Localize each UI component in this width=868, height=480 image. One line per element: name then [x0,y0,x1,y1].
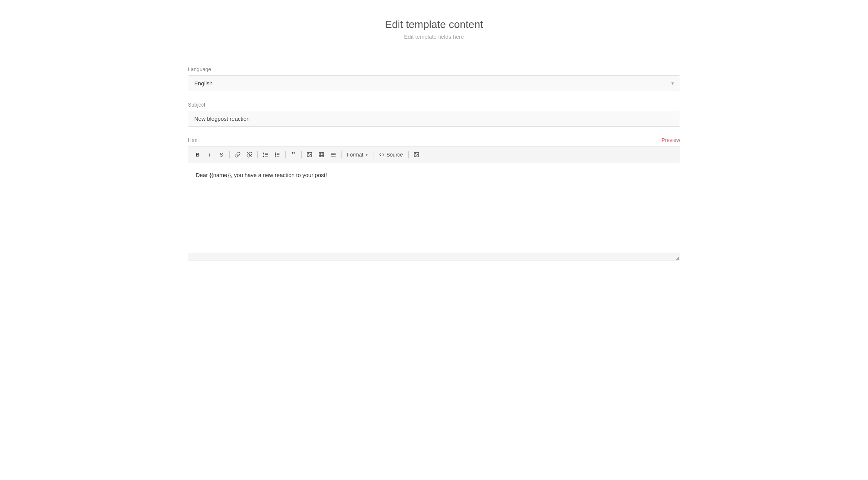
ordered-list-button[interactable] [260,149,271,160]
align-button[interactable] [328,149,339,160]
bold-button[interactable]: B [192,149,203,160]
resize-handle-icon: ◢ [676,256,679,260]
format-dropdown-button[interactable]: Format ▼ [344,150,371,159]
preview-icon-button[interactable] [411,149,422,160]
html-section: Html Preview B I S [188,137,680,260]
format-label: Format [347,152,363,158]
unordered-list-button[interactable] [272,149,283,160]
toolbar-separator-2 [257,151,258,158]
italic-button[interactable]: I [204,149,215,160]
page-header: Edit template content Edit template fiel… [188,11,680,51]
blockquote-button[interactable]: " [288,149,299,160]
page-title: Edit template content [188,19,680,31]
table-icon [318,152,324,158]
language-section: Language English French German Spanish ▼ [188,66,680,91]
svg-point-11 [308,154,309,154]
svg-point-8 [275,154,276,155]
svg-point-21 [415,154,416,154]
link-icon [235,152,240,158]
subject-input[interactable] [188,111,680,127]
source-button[interactable]: Source [376,150,406,159]
svg-point-9 [275,156,276,157]
html-section-header: Html Preview [188,137,680,143]
image-icon [306,152,312,158]
link-button[interactable] [232,149,243,160]
strikethrough-button[interactable]: S [216,149,227,160]
language-select[interactable]: English French German Spanish [188,75,680,91]
ordered-list-icon [262,152,268,158]
html-label: Html [188,137,199,143]
table-button[interactable] [316,149,327,160]
language-select-wrapper: English French German Spanish ▼ [188,75,680,91]
source-label: Source [386,152,403,158]
editor-toolbar: B I S [188,146,680,163]
blockquote-icon: " [292,151,295,158]
language-label: Language [188,66,680,72]
unlink-button[interactable] [244,149,255,160]
editor-footer: ◢ [188,253,680,260]
svg-rect-12 [319,152,324,157]
image-button[interactable] [304,149,315,160]
divider [188,55,680,55]
toolbar-separator-4 [301,151,302,158]
preview-link[interactable]: Preview [661,137,680,143]
toolbar-separator-1 [229,151,230,158]
subject-label: Subject [188,102,680,108]
toolbar-separator-6 [374,151,374,158]
unordered-list-icon [274,152,280,158]
page-subtitle: Edit template fields here [188,34,680,40]
format-dropdown-arrow-icon: ▼ [365,153,368,157]
preview-icon [413,152,419,158]
unlink-icon [246,152,252,158]
align-icon [330,152,336,158]
editor-container: B I S [188,146,680,260]
svg-point-7 [275,153,276,154]
subject-section: Subject [188,102,680,127]
toolbar-separator-7 [408,151,409,158]
toolbar-separator-3 [285,151,286,158]
source-icon [379,152,384,157]
editor-content[interactable]: Dear {{name}}, you have a new reaction t… [188,163,680,253]
toolbar-separator-5 [341,151,342,158]
